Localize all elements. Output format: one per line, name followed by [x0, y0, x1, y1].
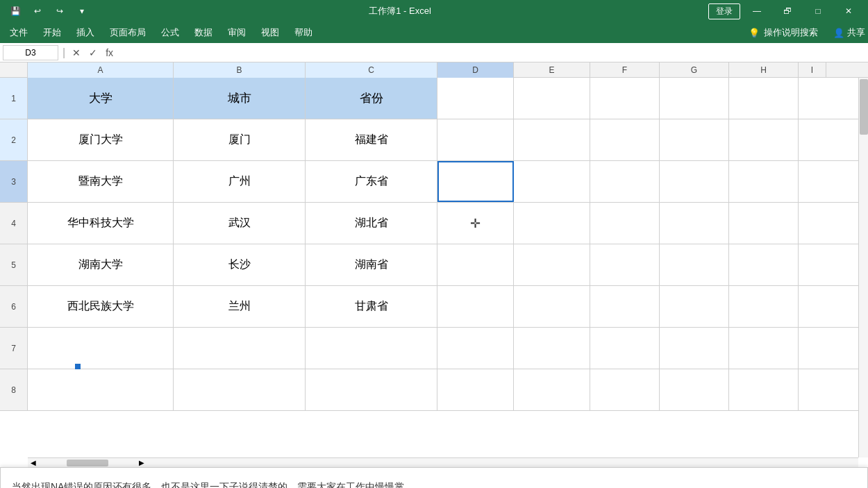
- customize-qat-button[interactable]: ▾: [72, 1, 92, 21]
- cell-d8[interactable]: [437, 369, 514, 411]
- cell-c2[interactable]: 福建省: [306, 119, 437, 160]
- cell-d6[interactable]: [437, 286, 514, 327]
- cell-b5[interactable]: 长沙: [174, 244, 306, 285]
- col-header-c[interactable]: C: [306, 62, 437, 78]
- cell-d4[interactable]: ✛: [437, 203, 514, 244]
- cell-e8[interactable]: [514, 369, 590, 411]
- cell-g2[interactable]: [660, 119, 729, 160]
- menu-data[interactable]: 数据: [187, 24, 219, 42]
- cell-e1[interactable]: [514, 78, 590, 119]
- cell-g4[interactable]: [660, 203, 729, 244]
- cell-e5[interactable]: [514, 244, 590, 285]
- minimize-button[interactable]: —: [743, 0, 771, 22]
- cell-a2[interactable]: 厦门大学: [28, 119, 174, 160]
- cell-e6[interactable]: [514, 286, 590, 327]
- col-header-d[interactable]: D: [437, 62, 514, 78]
- menu-view[interactable]: 视图: [254, 24, 286, 42]
- row-header-5[interactable]: 5: [0, 244, 27, 286]
- cell-d7[interactable]: [437, 328, 514, 369]
- cell-reference-box[interactable]: D3: [3, 45, 58, 60]
- cell-h8[interactable]: [729, 369, 799, 411]
- menu-home[interactable]: 开始: [36, 24, 68, 42]
- cell-h1[interactable]: [729, 78, 799, 119]
- cell-f7[interactable]: [590, 328, 660, 369]
- col-header-f[interactable]: F: [590, 62, 660, 78]
- corner-cell[interactable]: [0, 62, 28, 78]
- cell-h3[interactable]: [729, 161, 799, 202]
- cell-g5[interactable]: [660, 244, 729, 285]
- login-button[interactable]: 登录: [708, 3, 740, 19]
- vertical-scrollbar-thumb[interactable]: [860, 79, 868, 135]
- cell-g6[interactable]: [660, 286, 729, 327]
- cell-b1[interactable]: 城市: [174, 78, 306, 119]
- cell-b6[interactable]: 兰州: [174, 286, 306, 327]
- cell-f1[interactable]: [590, 78, 660, 119]
- cell-i6[interactable]: [799, 286, 826, 327]
- cell-d2[interactable]: [437, 119, 514, 160]
- cell-g7[interactable]: [660, 328, 729, 369]
- cell-i7[interactable]: [799, 328, 826, 369]
- cell-f5[interactable]: [590, 244, 660, 285]
- menu-insert[interactable]: 插入: [69, 24, 101, 42]
- horizontal-scrollbar[interactable]: ◀ ▶: [28, 457, 858, 467]
- menu-help[interactable]: 帮助: [287, 24, 319, 42]
- cell-i8[interactable]: [799, 369, 826, 411]
- menu-file[interactable]: 文件: [3, 24, 35, 42]
- cell-f6[interactable]: [590, 286, 660, 327]
- cell-g3[interactable]: [660, 161, 729, 202]
- cell-c4[interactable]: 湖北省: [306, 203, 437, 244]
- cell-g8[interactable]: [660, 369, 729, 411]
- restore-button[interactable]: 🗗: [774, 0, 801, 22]
- cell-g1[interactable]: [660, 78, 729, 119]
- col-header-e[interactable]: E: [514, 62, 590, 78]
- cell-i3[interactable]: [799, 161, 826, 202]
- cell-f2[interactable]: [590, 119, 660, 160]
- cell-a1[interactable]: 大学: [28, 78, 174, 119]
- cell-f4[interactable]: [590, 203, 660, 244]
- close-button[interactable]: ✕: [835, 0, 862, 22]
- col-header-b[interactable]: B: [174, 62, 306, 78]
- cell-a4[interactable]: 华中科技大学: [28, 203, 174, 244]
- cell-d5[interactable]: [437, 244, 514, 285]
- vertical-scrollbar[interactable]: [858, 78, 868, 457]
- menu-pagelayout[interactable]: 页面布局: [103, 24, 153, 42]
- cell-e2[interactable]: [514, 119, 590, 160]
- cell-f8[interactable]: [590, 369, 660, 411]
- row-header-3[interactable]: 3: [0, 161, 27, 203]
- cell-a7[interactable]: [28, 328, 174, 369]
- row-header-7[interactable]: 7: [0, 328, 27, 369]
- horizontal-scrollbar-thumb[interactable]: [67, 460, 108, 466]
- share-button[interactable]: 👤 共享: [833, 26, 865, 39]
- cell-b2[interactable]: 厦门: [174, 119, 306, 160]
- cell-b3[interactable]: 广州: [174, 161, 306, 202]
- cell-c3[interactable]: 广东省: [306, 161, 437, 202]
- resize-handle[interactable]: [75, 364, 81, 369]
- scroll-left-button[interactable]: ◀: [28, 459, 39, 466]
- cell-e3[interactable]: [514, 161, 590, 202]
- formula-input[interactable]: [119, 45, 865, 60]
- cell-i5[interactable]: [799, 244, 826, 285]
- cell-h6[interactable]: [729, 286, 799, 327]
- cell-e7[interactable]: [514, 328, 590, 369]
- insert-function-button[interactable]: fx: [103, 47, 116, 58]
- row-header-4[interactable]: 4: [0, 203, 27, 244]
- cell-b7[interactable]: [174, 328, 306, 369]
- cell-c1[interactable]: 省份: [306, 78, 437, 119]
- confirm-formula-button[interactable]: ✓: [86, 47, 100, 58]
- cell-a6[interactable]: 西北民族大学: [28, 286, 174, 327]
- cell-b4[interactable]: 武汉: [174, 203, 306, 244]
- scroll-right-button[interactable]: ▶: [136, 459, 147, 466]
- col-header-a[interactable]: A: [28, 62, 174, 78]
- col-header-i[interactable]: I: [799, 62, 826, 78]
- menu-formula[interactable]: 公式: [154, 24, 186, 42]
- cell-i4[interactable]: [799, 203, 826, 244]
- cell-i2[interactable]: [799, 119, 826, 160]
- cell-a8[interactable]: [28, 369, 174, 411]
- row-header-2[interactable]: 2: [0, 119, 27, 161]
- menu-review[interactable]: 审阅: [221, 24, 253, 42]
- search-label[interactable]: 操作说明搜索: [764, 26, 818, 39]
- row-header-8[interactable]: 8: [0, 369, 27, 411]
- col-header-h[interactable]: H: [729, 62, 799, 78]
- redo-button[interactable]: ↪: [50, 1, 69, 21]
- undo-button[interactable]: ↩: [28, 1, 47, 21]
